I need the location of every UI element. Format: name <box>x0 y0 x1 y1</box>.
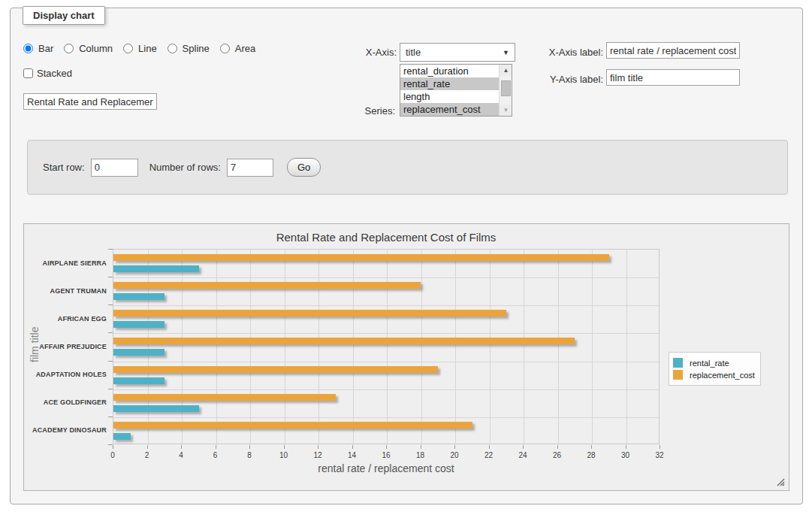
bar-rental_rate <box>113 349 165 356</box>
bar-rental_rate <box>113 293 165 300</box>
gridline <box>113 305 659 306</box>
x-tick-mark <box>284 445 285 449</box>
number-of-rows-input[interactable] <box>227 159 273 177</box>
x-tick-mark <box>626 445 626 449</box>
bar-rental_rate <box>113 377 165 384</box>
chart-type-radio-spline[interactable] <box>168 44 177 53</box>
bar-replacement_cost <box>113 310 506 317</box>
y-axis-label-label: Y-Axis label: <box>497 74 603 85</box>
chart-title-input[interactable] <box>23 93 157 110</box>
stacked-row: Stacked <box>23 68 72 79</box>
gridline <box>592 250 593 444</box>
chart-type-radio-bar[interactable] <box>23 44 33 53</box>
chart-legend: rental_ratereplacement_cost <box>669 352 761 386</box>
x-tick-label: 28 <box>587 451 595 459</box>
y-tick-mark <box>108 249 113 250</box>
x-tick-label: 24 <box>518 451 527 459</box>
chart-container: Rental Rate and Replacement Cost of Film… <box>23 223 789 491</box>
x-tick-label: 20 <box>450 451 458 459</box>
y-tick-mark <box>108 361 113 362</box>
x-tick-mark <box>113 445 113 449</box>
y-tick-mark <box>108 304 113 305</box>
gridline <box>455 250 456 444</box>
y-axis-label-input[interactable] <box>606 69 740 86</box>
x-tick-label: 16 <box>382 451 390 459</box>
chart-type-radio-label: Area <box>235 43 255 54</box>
gridline <box>216 250 217 444</box>
chart-type-radio-area[interactable] <box>220 44 230 53</box>
x-tick-label: 26 <box>553 451 561 459</box>
x-tick-mark <box>421 445 421 449</box>
gridline <box>113 277 659 278</box>
display-chart-fieldset: Display chart BarColumnLineSplineArea St… <box>10 8 803 504</box>
gridline <box>524 250 524 444</box>
y-tick-mark <box>108 417 113 417</box>
x-tick-mark <box>249 445 250 449</box>
x-tick-mark <box>454 445 455 449</box>
gridline <box>113 389 659 390</box>
scrollbar-down-icon[interactable]: ▼ <box>500 105 512 116</box>
legend-label: replacement_cost <box>690 371 755 380</box>
gridline <box>113 333 659 334</box>
gridline <box>626 250 627 444</box>
stacked-checkbox[interactable] <box>23 68 33 78</box>
gridline <box>318 250 319 444</box>
chart-type-radio-group: BarColumnLineSplineArea <box>23 43 262 54</box>
x-tick-label: 10 <box>279 451 288 459</box>
gridline <box>113 362 659 362</box>
category-label: ACADEMY DINOSAUR <box>24 426 107 434</box>
x-tick-mark <box>352 445 353 449</box>
x-tick-mark <box>591 445 592 449</box>
gridline <box>285 250 285 444</box>
gridline <box>558 250 559 444</box>
x-tick-label: 0 <box>110 451 115 459</box>
gridline <box>490 250 491 444</box>
series-option-length[interactable]: length <box>400 90 499 103</box>
y-tick-mark <box>108 277 113 277</box>
y-axis-title: film title <box>29 299 42 389</box>
series-select-label: Series: <box>326 105 395 117</box>
stacked-label: Stacked <box>37 68 72 79</box>
gridline <box>148 250 149 444</box>
gridline <box>387 250 388 444</box>
x-axis-label-label: X-Axis label: <box>497 47 603 58</box>
legend-row: replacement_cost <box>673 370 755 380</box>
gridline <box>250 250 251 444</box>
gridline <box>421 250 422 444</box>
x-axis-label-input[interactable] <box>606 42 740 59</box>
x-axis-select-label: X-Axis: <box>326 47 397 58</box>
chart-type-radio-label: Column <box>79 43 113 54</box>
series-option-rental_rate[interactable]: rental_rate <box>400 77 499 90</box>
category-label: AIRPLANE SIERRA <box>24 259 107 267</box>
resize-handle-icon[interactable] <box>777 478 785 486</box>
chart-type-radio-column[interactable] <box>64 44 74 53</box>
number-of-rows-label: Number of rows: <box>149 162 221 173</box>
bar-replacement_cost <box>113 422 472 429</box>
y-tick-mark <box>108 332 113 333</box>
y-tick-mark <box>108 444 113 445</box>
x-tick-label: 22 <box>484 451 493 459</box>
x-axis-title: rental rate / replacement cost <box>113 462 660 474</box>
start-row-input[interactable] <box>91 159 138 177</box>
series-option-rental_duration[interactable]: rental_duration <box>400 65 499 77</box>
series-options: rental_durationrental_ratelengthreplacem… <box>400 65 499 116</box>
x-tick-mark <box>386 445 387 449</box>
y-tick-mark <box>108 389 113 389</box>
go-button[interactable]: Go <box>287 158 321 177</box>
bar-replacement_cost <box>113 394 336 401</box>
x-tick-label: 14 <box>348 451 356 459</box>
category-label: AGENT TRUMAN <box>24 287 107 295</box>
gridline <box>353 250 354 444</box>
x-tick-label: 12 <box>313 451 321 459</box>
series-option-replacement_cost[interactable]: replacement_cost <box>400 103 499 116</box>
x-tick-label: 8 <box>247 451 252 459</box>
chart-type-radio-line[interactable] <box>123 44 133 53</box>
start-row-label: Start row: <box>43 162 85 173</box>
series-scrollbar[interactable]: ▲ ▼ <box>499 65 512 116</box>
x-tick-label: 2 <box>145 451 149 459</box>
bar-replacement_cost <box>113 282 421 289</box>
bar-replacement_cost <box>113 366 438 373</box>
bar-rental_rate <box>113 433 131 440</box>
x-tick-mark <box>523 445 524 449</box>
series-listbox[interactable]: rental_durationrental_ratelengthreplacem… <box>400 64 512 117</box>
